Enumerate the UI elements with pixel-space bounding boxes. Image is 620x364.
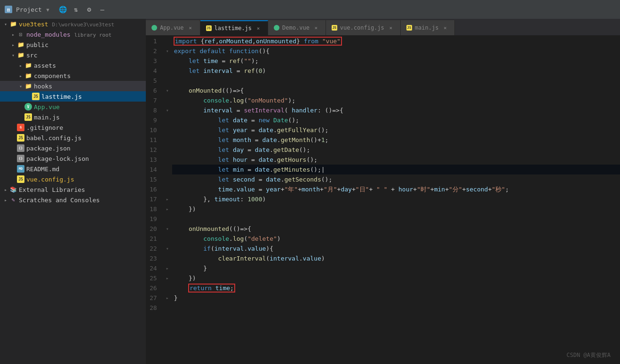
tab-main-js[interactable]: JSmain.js× xyxy=(401,20,455,35)
file-icon-components: 📁 xyxy=(24,72,32,79)
gutter-cell-15[interactable] xyxy=(163,174,172,184)
gutter-cell-25[interactable]: ▸ xyxy=(163,273,172,283)
gutter-cell-3[interactable] xyxy=(163,56,172,66)
tab-vue-config-js[interactable]: JSvue.config.js× xyxy=(326,20,401,35)
file-icon-external-libs: 📚 xyxy=(9,186,17,193)
gutter-cell-14[interactable] xyxy=(163,165,172,174)
line-num-5: 5 xyxy=(150,76,157,86)
tab-close-lasttime-js[interactable]: × xyxy=(254,24,262,32)
sidebar-label-vue-config-js-tree: vue.config.js xyxy=(26,176,144,183)
gutter-cell-18[interactable]: ▸ xyxy=(163,204,172,214)
line-num-10: 10 xyxy=(150,125,157,135)
code-line-25: }) xyxy=(172,273,620,283)
gutter-cell-16[interactable] xyxy=(163,184,172,194)
gutter-cell-11[interactable] xyxy=(163,135,172,145)
line-num-11: 11 xyxy=(150,135,157,145)
gutter-cell-12[interactable] xyxy=(163,145,172,155)
project-dropdown-icon[interactable]: ▾ xyxy=(46,5,50,14)
line-num-19: 19 xyxy=(150,214,157,224)
minimize-icon[interactable]: — xyxy=(97,4,107,15)
file-icon-babel-config-js: JS xyxy=(17,134,24,142)
sidebar-item-package-lock-json[interactable]: {}package-lock.json xyxy=(0,153,146,164)
tree-arrow-vue3test xyxy=(2,20,9,28)
line-num-27: 27 xyxy=(150,293,157,303)
gutter-cell-28[interactable] xyxy=(163,303,172,313)
gutter-cell-8[interactable]: ▾ xyxy=(163,105,172,115)
code-line-7: console.log("onMounted"); xyxy=(172,95,620,105)
project-title: Project xyxy=(16,6,42,13)
sidebar-label-package-lock-json: package-lock.json xyxy=(26,155,144,162)
sidebar-item-babel-config-js[interactable]: JSbabel.config.js xyxy=(0,133,146,143)
sidebar-item-main-js-tree[interactable]: JSmain.js xyxy=(0,112,146,122)
sidebar-item-app-vue-tree[interactable]: VApp.vue xyxy=(0,102,146,112)
tab-icon-lasttime-js: JS xyxy=(206,25,212,31)
code-line-2: export default function(){ xyxy=(172,46,620,56)
gutter-cell-6[interactable]: ▾ xyxy=(163,86,172,95)
gutter-cell-22[interactable]: ▾ xyxy=(163,244,172,253)
gutter-cell-17[interactable]: ▸ xyxy=(163,194,172,204)
gutter-cell-10[interactable] xyxy=(163,125,172,135)
line-num-16: 16 xyxy=(150,184,157,194)
tab-close-demo-vue[interactable]: × xyxy=(312,24,320,32)
line-num-13: 13 xyxy=(150,155,157,165)
gutter-cell-2[interactable]: ▾ xyxy=(163,46,172,56)
gutter-cell-21[interactable] xyxy=(163,234,172,244)
line-num-21: 21 xyxy=(150,234,157,244)
gutter-cell-7[interactable] xyxy=(163,95,172,105)
sidebar-item-node_modules[interactable]: ⊡node_modules library root xyxy=(0,29,146,40)
sidebar-item-public[interactable]: 📁public xyxy=(0,40,146,50)
tab-demo-vue[interactable]: Demo.vue× xyxy=(268,20,326,35)
gutter-cell-23[interactable] xyxy=(163,253,172,263)
tab-lasttime-js[interactable]: JSlasttime.js× xyxy=(200,20,268,35)
tab-app-vue[interactable]: App.vue× xyxy=(146,20,200,35)
sidebar-item-external-libs[interactable]: 📚External Libraries xyxy=(0,184,146,195)
sidebar-item-lasttime-js-tree[interactable]: JSlasttime.js xyxy=(0,91,146,102)
sidebar-label-src: src xyxy=(26,52,144,59)
sidebar-item-src[interactable]: 📁src xyxy=(0,50,146,60)
sidebar-item-gitignore[interactable]: G.gitignore xyxy=(0,122,146,133)
code-line-22: if(interval.value){ xyxy=(172,244,620,253)
line-numbers: 1234567891011121314151617181920212223242… xyxy=(146,35,163,364)
sidebar-item-vue3test[interactable]: 📁vue3test D:\workvue3\vue3test xyxy=(0,19,146,29)
gutter-cell-5[interactable] xyxy=(163,76,172,86)
sidebar-item-components[interactable]: 📁components xyxy=(0,71,146,81)
navigate-icon[interactable]: 🌐 xyxy=(57,4,68,15)
gutter-cell-26[interactable] xyxy=(163,283,172,293)
gutter-cell-1[interactable] xyxy=(163,36,172,46)
gutter-cell-13[interactable] xyxy=(163,155,172,165)
line-num-26: 26 xyxy=(150,283,157,293)
tab-close-app-vue[interactable]: × xyxy=(187,24,194,32)
code-line-28 xyxy=(172,303,620,313)
tree-arrow-components xyxy=(17,72,24,79)
title-bar: ▤ Project ▾ 🌐 ⇅ ⚙ — xyxy=(0,0,620,19)
tab-close-vue-config-js[interactable]: × xyxy=(387,24,395,32)
code-line-23: clearInterval(interval.value) xyxy=(172,253,620,263)
line-num-1: 1 xyxy=(150,36,157,46)
sidebar-item-hooks[interactable]: 📁hooks xyxy=(0,81,146,91)
sidebar-item-scratches[interactable]: ✎Scratches and Consoles xyxy=(0,195,146,205)
code-content: import {ref,onMounted,onUnmounted} from … xyxy=(172,35,620,364)
line-num-4: 4 xyxy=(150,66,157,76)
sidebar-item-readme-md[interactable]: MDREADME.md xyxy=(0,164,146,174)
sidebar-item-vue-config-js-tree[interactable]: JSvue.config.js xyxy=(0,174,146,184)
sidebar-label-external-libs: External Libraries xyxy=(19,186,144,193)
file-icon-public: 📁 xyxy=(17,41,24,48)
code-line-10: let year = date.getFullYear(); xyxy=(172,125,620,135)
tab-icon-main-js: JS xyxy=(406,25,412,31)
gutter-cell-27[interactable]: ▸ xyxy=(163,293,172,303)
gutter-cell-4[interactable] xyxy=(163,66,172,76)
gutter-cell-20[interactable]: ▾ xyxy=(163,224,172,234)
gutter-cell-19[interactable] xyxy=(163,214,172,224)
code-line-21: console.log("delete") xyxy=(172,234,620,244)
sidebar-label-vue3test: vue3test D:\workvue3\vue3test xyxy=(19,21,144,28)
sidebar-item-package-json[interactable]: {}package.json xyxy=(0,143,146,153)
settings-icon[interactable]: ⚙ xyxy=(84,4,94,15)
arrange-icon[interactable]: ⇅ xyxy=(71,4,81,15)
sidebar-label-node_modules: node_modules library root xyxy=(26,31,144,38)
sidebar-item-assets[interactable]: 📁assets xyxy=(0,60,146,71)
gutter-cell-24[interactable]: ▸ xyxy=(163,263,172,273)
tab-label-demo-vue: Demo.vue xyxy=(282,24,310,31)
tab-close-main-js[interactable]: × xyxy=(441,24,449,32)
gutter-cell-9[interactable] xyxy=(163,115,172,125)
file-icon-assets: 📁 xyxy=(24,62,32,69)
